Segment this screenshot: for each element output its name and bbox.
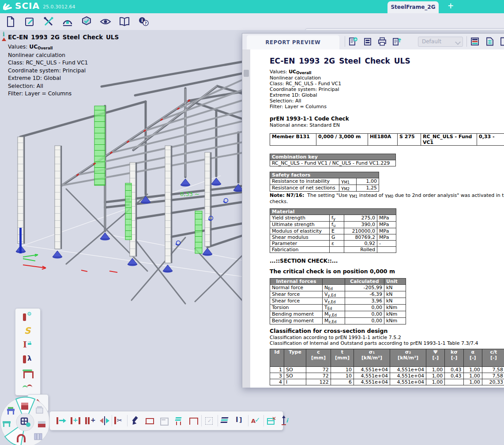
frame-disabled-icon[interactable] (158, 415, 170, 426)
select-region-disabled-icon[interactable]: ✓ (203, 415, 215, 426)
check-structure-icon[interactable] (80, 15, 93, 28)
report-page: EC-EN 1993 2G Steel Check ULS Values: UC… (250, 49, 504, 388)
note-line: Note: N7/16: The setting "Use γM1 instea… (270, 192, 504, 199)
overlay-line: Filter: Layer = Columns (8, 90, 123, 98)
new-project-icon[interactable] (4, 15, 17, 28)
internal-forces-table: Internal forces Calculated Unit Normal f… (270, 278, 406, 324)
frame-icon[interactable] (144, 415, 155, 426)
modify-toolbar: + + ✂ ✓ I] A✓ ✕ i (49, 411, 283, 430)
warning-arrow-icon (2, 38, 6, 41)
report-title: EC-EN 1993 2G Steel Check ULS (270, 57, 410, 65)
results-side-toolbar: ⚙ S I ➝ λ (15, 308, 41, 396)
material-table: Material Yield strengthfy275,0MPa Ultima… (270, 208, 396, 253)
report-meta-line: Nonlinear calculation (270, 75, 321, 81)
report-preview-header: REPORT PREVIEW + Default 100 (242, 34, 504, 50)
report-meta-line: Filter: Layer = Columns (270, 104, 327, 109)
frame-red-icon[interactable] (188, 415, 199, 426)
layout-template-icon[interactable] (470, 37, 480, 46)
new-tab-button[interactable]: + (448, 1, 454, 10)
report-meta-line: Coordinate system: Principal (270, 87, 339, 92)
main-toolbar: i ? (0, 13, 504, 30)
report-values-line: Values: UCOverall (270, 69, 311, 75)
calculation-tools-icon[interactable] (42, 15, 55, 28)
version-text: 25.0.3012.64 (43, 4, 75, 10)
viewport-overlay: EC-EN 1993 2G Steel Check ULS Values: UC… (8, 34, 123, 98)
member-summary-table: Member B131 0,000 / 3,000 m HE180A S 275… (270, 133, 504, 146)
buckling-shape-icon[interactable] (22, 381, 34, 393)
info-icon[interactable]: i (3, 31, 5, 38)
safety-factors-table: Safety factors Resistance to instability… (270, 172, 379, 192)
spellcheck-icon[interactable]: A✓ (250, 415, 261, 426)
brand-text: SCIA (15, 0, 40, 11)
title-bar: SCIA 25.0.3012.64 SteelFrame_2G + (0, 0, 504, 13)
overlay-line: Extreme 1D: Global (8, 75, 123, 83)
edit-project-icon[interactable] (23, 15, 36, 28)
national-annex-line: National annex: Standard EN (270, 122, 340, 128)
model-icon[interactable] (61, 15, 74, 28)
svg-text:i: i (141, 18, 143, 23)
rename-icon[interactable]: I] (234, 415, 245, 426)
viewport-result-value: 0,33 ~ (180, 191, 199, 197)
combination-key-table: Combination key RC_NC_ULS - Fund VC1 / N… (270, 154, 396, 166)
overlay-title: EC-EN 1993 2G Steel Check ULS (8, 34, 123, 41)
libraries-books-icon[interactable] (34, 434, 42, 440)
overlay-line: Class: RC_NC_ULS - Fund VC1 (8, 59, 123, 67)
project-tab[interactable]: SteelFrame_2G (387, 1, 439, 13)
brush-format-icon[interactable] (129, 415, 141, 426)
loads-gray-icon[interactable] (36, 406, 43, 413)
add-to-report-icon[interactable]: + (348, 37, 358, 46)
view-icon[interactable] (99, 15, 112, 28)
multicopy-member-icon[interactable]: + (84, 415, 96, 426)
tab-report-preview[interactable]: REPORT PREVIEW (247, 35, 339, 49)
print-icon[interactable] (377, 37, 387, 46)
report-meta-line: Selection: All (270, 98, 301, 104)
scrollbar-thumb[interactable] (244, 70, 249, 77)
scia-engineer-app: { "colors":{"accent_teal":"#2bd0c3","nav… (0, 0, 504, 445)
copy-member-icon[interactable]: + (70, 415, 81, 426)
overlay-line: Nonlinear calculation (8, 52, 123, 60)
report-container-icon[interactable] (363, 37, 372, 46)
preset-dropdown-value: Default (422, 38, 441, 45)
steel-member-settings-icon[interactable]: ⚙ (22, 311, 34, 324)
chevron-down-icon (455, 39, 461, 45)
layers-icon[interactable] (219, 415, 231, 426)
materials-box-icon[interactable] (38, 421, 45, 427)
wheel-menu[interactable] (0, 396, 52, 445)
svg-text:+: + (354, 38, 357, 41)
preset-dropdown[interactable]: Default (418, 37, 463, 47)
move-node-icon[interactable] (55, 415, 67, 426)
mirror-icon[interactable] (99, 415, 110, 426)
overlay-values-line: Values: UCOverall (8, 43, 123, 52)
classification-line-1: Classification according to prEN 1993-1-… (270, 335, 401, 340)
axis-info-icon[interactable]: i (280, 415, 292, 426)
classification-heading: Classification for cross-section design (270, 328, 387, 334)
overlay-line: Coordinate system: Principal (8, 67, 123, 75)
svg-text:?: ? (144, 21, 147, 26)
export-report-icon[interactable] (392, 37, 402, 46)
page-icon[interactable] (499, 37, 504, 46)
classification-table: Id Type c[mm] t[mm] σ₁[kN/m²] σ₂[kN/m²] … (270, 349, 504, 385)
scia-logo-icon (3, 1, 15, 12)
help-icon[interactable]: i ? (137, 15, 150, 28)
overlay-line: Selection: All (8, 83, 123, 91)
steel-check-icon[interactable]: I ➝ (22, 339, 34, 352)
classification-line-2: Classification of Internal and Outstand … (270, 340, 478, 346)
code-check-heading: prEN 1993-1-1 Code Check (270, 116, 349, 122)
deformed-shape-icon[interactable]: S (22, 325, 34, 338)
table-seat-icon[interactable] (173, 415, 184, 426)
critical-check-line: The critical check is on position 0,000 … (270, 268, 395, 275)
note-line-2: checks. (270, 199, 288, 204)
libraries-icon[interactable] (118, 15, 131, 28)
section-check-heading: ...::SECTION CHECK::... (270, 258, 338, 264)
cut-member-icon[interactable]: ✂ (113, 415, 125, 426)
report-preview-panel: REPORT PREVIEW + Default 100 (242, 33, 504, 388)
report-meta-line: Extreme 1D: Global (270, 92, 317, 98)
report-scroll-gutter[interactable] (242, 49, 250, 388)
report-meta-line: Class: RC_NC_ULS - Fund VC1 (270, 81, 341, 87)
page-table-icon[interactable] (485, 37, 495, 46)
delete-table-icon[interactable]: ✕ (266, 415, 277, 426)
frame-geometry-icon[interactable] (22, 368, 34, 380)
structure-red-icon[interactable] (21, 403, 28, 410)
spotlight-grid-icon[interactable] (16, 413, 34, 431)
slenderness-lambda-icon[interactable]: λ (22, 354, 34, 366)
